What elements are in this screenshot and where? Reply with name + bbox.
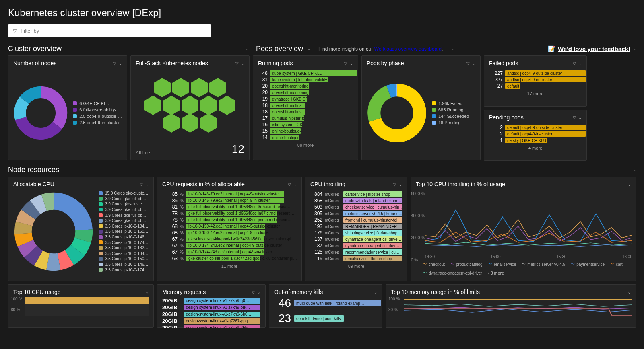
- list-item[interactable]: 868mCoresdude-with-leak | roland-exam…: [310, 198, 402, 203]
- value: 85: [162, 191, 178, 197]
- list-item[interactable]: 18openshift-multus | ocp4-9-outside-clu…: [258, 109, 353, 115]
- chevron-down-icon[interactable]: ⌄: [307, 47, 310, 51]
- chevron-down-icon[interactable]: ⌄: [257, 290, 260, 294]
- count: 16: [258, 122, 268, 127]
- list-item[interactable]: 227andtsc | ocp4-9-outside-cluster: [489, 70, 582, 76]
- page-title: Kubernetes cluster overview [DExp]: [8, 7, 636, 18]
- list-item[interactable]: 137mCoresdynatrace-oneagent-csi-drive…: [310, 236, 402, 242]
- more-link[interactable]: 17 more: [489, 91, 582, 96]
- chevron-down-icon[interactable]: ⌄: [627, 290, 631, 294]
- list-item[interactable]: 137mCoresdynatrace-oneagent-csi-driv…: [310, 243, 402, 248]
- list-item[interactable]: 15online-boutique-stable | full-observab…: [258, 128, 353, 134]
- bar-label: gke-full-observability-pool-1-d95648cd-3…: [188, 204, 292, 210]
- list-item[interactable]: 17dude-with-leak | roland-example-ns: [274, 327, 377, 328]
- chevron-down-icon[interactable]: ⌄: [472, 61, 475, 66]
- list-item[interactable]: 20GiBdesign-system-linux-v1-z7kn9-q0…: [162, 298, 260, 304]
- chevron-down-icon[interactable]: ⌄: [578, 61, 582, 66]
- list-item[interactable]: 19dynatrace | GKE CP KLU: [258, 96, 353, 102]
- list-item[interactable]: 125mCoresrecommendationservice | cu…: [310, 249, 402, 255]
- feedback-link[interactable]: We'd love your feedback!: [558, 45, 630, 52]
- list-item[interactable]: 2default | ocp4-9-in-cluster: [489, 131, 582, 137]
- filter-input[interactable]: [20, 27, 206, 34]
- filter-icon[interactable]: ▽: [113, 61, 116, 66]
- list-item[interactable]: 46multi-dude-with-leak | roland-examp…: [274, 297, 377, 310]
- list-item[interactable]: 227andtsc | ocp4-9-in-cluster: [489, 77, 582, 82]
- list-item[interactable]: 503mCorescheckoutservice | cumulus-hip…: [310, 204, 402, 210]
- chevron-down-icon[interactable]: ⌄: [374, 290, 377, 294]
- list-item[interactable]: 78%gke-full-observability-pool-1-d95648c…: [162, 211, 297, 216]
- list-item[interactable]: 78%gke-full-observability-pool-1-d95648c…: [162, 217, 297, 223]
- list-item[interactable]: 67%ip-10-0-174-243.ec2.internal | ocp4-9…: [162, 243, 297, 248]
- more-link[interactable]: 4 more: [489, 146, 582, 150]
- bar-label: design-system-linux-v1-z7kn9-q0…: [184, 298, 260, 304]
- chevron-down-icon[interactable]: ⌄: [633, 47, 636, 51]
- legend-label: 2.5 ocp4-9-in-cluster: [79, 120, 120, 125]
- chevron-down-icon[interactable]: ⌄: [119, 61, 122, 66]
- list-item[interactable]: 63%gke-cluster-cp-klu-pool-1-c3c7423d-qs…: [162, 256, 297, 261]
- chevron-down-icon[interactable]: ⌄: [350, 61, 353, 66]
- list-item[interactable]: 305mCoresmetrics-server-v0.4.5 | kube-s…: [310, 211, 402, 216]
- list-item[interactable]: 67%ip-10-0-174-243.ec2.internal | ocp4-9…: [162, 249, 297, 255]
- chevron-down-icon[interactable]: ⌄: [293, 182, 297, 187]
- list-item[interactable]: 68%ip-10-0-150-42.ec2.internal | ocp4-9-…: [162, 230, 297, 236]
- filter-icon[interactable]: ▽: [573, 115, 576, 120]
- list-item[interactable]: 20GiBdesign-system-linux-v1-g7267-ppq…: [162, 318, 260, 324]
- list-item[interactable]: 176mCoresshippingservice | florian-shop: [310, 230, 402, 236]
- chevron-down-icon[interactable]: ⌄: [245, 47, 248, 51]
- list-item[interactable]: 16istio-system | GKE CP KLU: [258, 122, 353, 127]
- list-item[interactable]: 20openshift-monitoring | ocp4-9-outside…: [258, 90, 353, 95]
- chevron-down-icon[interactable]: ⌄: [241, 61, 244, 66]
- filter-box[interactable]: ▽: [8, 24, 211, 37]
- filter-icon[interactable]: ▽: [393, 182, 396, 187]
- list-item[interactable]: 193mCoresREMAINDER | REMAINDER: [310, 224, 402, 229]
- chevron-down-icon[interactable]: ⌄: [633, 168, 636, 172]
- list-item[interactable]: 20GiBdesign-system-linux-v1-z7kn9-6b6…: [162, 311, 260, 317]
- list-item[interactable]: 17cumulus-hipster-fdi | GKE CP KLU: [258, 115, 353, 121]
- value: 252: [310, 217, 322, 223]
- filter-icon[interactable]: ▽: [344, 61, 347, 66]
- legend-label: 3.5 Cores ip-10-0-146…: [105, 235, 148, 239]
- legend-swatch: [99, 263, 103, 267]
- list-item[interactable]: 18openshift-multus | ocp4-9-in-cluster: [258, 103, 353, 108]
- more-link[interactable]: ›3 more: [488, 270, 504, 276]
- list-item[interactable]: 1netsky | GKE CP KLU: [489, 138, 582, 143]
- filter-icon[interactable]: ▽: [252, 290, 255, 294]
- filter-icon[interactable]: ▽: [235, 61, 239, 66]
- list-item[interactable]: 252mCoresfrontend | cumulus-hipster-fdi: [310, 217, 402, 223]
- list-item[interactable]: 81%gke-full-observability-pool-1-d95648c…: [162, 204, 297, 210]
- list-item[interactable]: 67%gke-cluster-cp-klu-pool-1-c3c7423d-56…: [162, 236, 297, 242]
- more-link[interactable]: 89 more: [310, 264, 402, 269]
- chevron-down-icon[interactable]: ⌄: [451, 47, 454, 51]
- list-item[interactable]: 20GiBdesign-system-linux-v1-z7kn9-2bls: [162, 325, 260, 328]
- list-item[interactable]: 31kube-system | full-observability-gke: [258, 77, 353, 82]
- list-item[interactable]: 48kube-system | GKE CP KLU: [258, 70, 353, 76]
- chevron-down-icon[interactable]: ⌄: [578, 115, 582, 120]
- more-link[interactable]: 89 more: [258, 143, 353, 148]
- list-item[interactable]: 23oom-kill-demo | oom-kills: [274, 312, 377, 325]
- card-title: Out-of-memory kills: [274, 289, 323, 295]
- chevron-down-icon[interactable]: ⌄: [145, 290, 149, 294]
- list-item[interactable]: 85%ip-10-0-146-79.ec2.internal | ocp4-9-…: [162, 198, 297, 203]
- list-item[interactable]: 884mCorescartservice | hipster-shop: [310, 191, 402, 197]
- list-item[interactable]: 14online-boutique | full-observability-g…: [258, 135, 353, 140]
- chevron-down-icon[interactable]: ⌄: [145, 182, 149, 187]
- filter-icon[interactable]: ▽: [573, 61, 576, 66]
- list-item[interactable]: 20GiBdesign-system-linux-v1-z7kn9-brk…: [162, 304, 260, 310]
- value: 67: [162, 243, 178, 248]
- workloads-link[interactable]: Workloads overview dashboard: [374, 46, 442, 52]
- value: 20GiB: [162, 325, 181, 328]
- filter-icon[interactable]: ▽: [140, 182, 143, 187]
- chevron-down-icon[interactable]: ⌄: [627, 182, 631, 187]
- filter-icon[interactable]: ▽: [288, 182, 291, 187]
- legend-label: 3.5 Cores ip-10-0-150…: [105, 230, 148, 234]
- list-item[interactable]: 85%ip-10-0-146-79.ec2.internal | ocp4-9-…: [162, 191, 297, 197]
- list-item[interactable]: 20openshift-monitoring | ocp4-9-in-clust…: [258, 83, 353, 89]
- list-item[interactable]: 27default | ocp4-9-outside-cluster: [489, 83, 582, 89]
- more-link[interactable]: 11 more: [162, 264, 297, 269]
- list-item[interactable]: 68%ip-10-0-150-42.ec2.internal | ocp4-9-…: [162, 224, 297, 229]
- list-item[interactable]: 2default | ocp4-9-outside-cluster: [489, 125, 582, 130]
- list-item[interactable]: 115mCoresemailservice | florian-shop: [310, 256, 402, 261]
- filter-icon[interactable]: ▽: [466, 61, 470, 66]
- chevron-down-icon[interactable]: ⌄: [399, 182, 402, 187]
- line-icon: 〜: [610, 261, 614, 267]
